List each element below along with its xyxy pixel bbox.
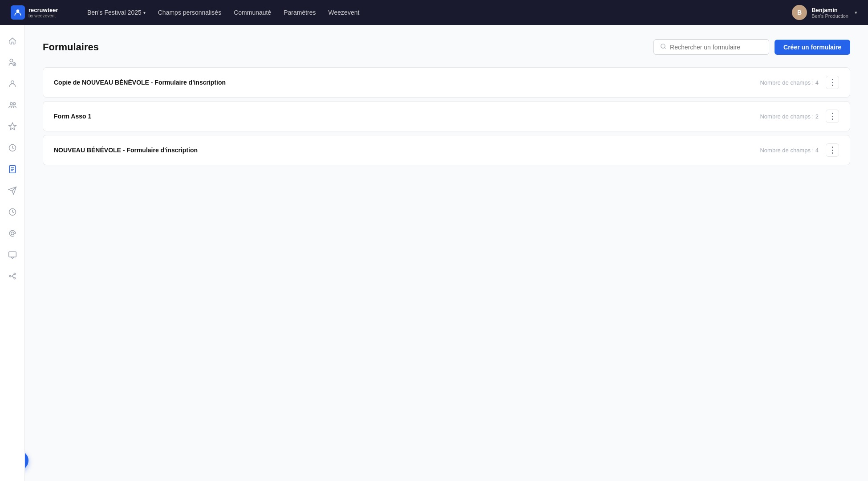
sidebar-item-email[interactable]: [4, 224, 21, 242]
svg-point-18: [661, 44, 665, 48]
logo-name: recruwteer: [28, 7, 58, 14]
logo-box: [11, 5, 25, 20]
form-more-button[interactable]: ⋮: [826, 76, 839, 89]
svg-point-15: [9, 275, 11, 277]
form-row-right: Nombre de champs : 4 ⋮: [760, 76, 839, 89]
form-row: Copie de NOUVEAU BÉNÉVOLE - Formulaire d…: [43, 67, 850, 98]
sidebar-item-integrations[interactable]: [4, 267, 21, 285]
create-form-button[interactable]: Créer un formulaire: [775, 40, 850, 55]
logo-icon: [13, 8, 22, 17]
page-header: Formulaires Créer un formulaire: [43, 39, 850, 55]
user-chevron-icon: ▾: [855, 10, 857, 16]
nav-community[interactable]: Communauté: [234, 9, 271, 16]
nav-settings[interactable]: Paramètres: [284, 9, 316, 16]
svg-point-4: [10, 102, 12, 105]
sidebar-item-messages[interactable]: [4, 246, 21, 264]
search-input[interactable]: [670, 44, 763, 51]
user-name: Benjamin: [811, 7, 848, 13]
svg-rect-14: [8, 252, 16, 257]
main-content: Formulaires Créer un formulaire Copie de…: [25, 25, 868, 481]
form-name[interactable]: Form Asso 1: [54, 113, 91, 120]
user-info: Benjamin Ben's Production: [811, 7, 848, 19]
sidebar-item-volunteers[interactable]: [4, 75, 21, 93]
chevron-down-icon: ▾: [143, 10, 146, 15]
svg-point-5: [13, 102, 15, 105]
user-org: Ben's Production: [811, 13, 848, 19]
nav-custom-fields[interactable]: Champs personnalisés: [158, 9, 221, 16]
nav-right: B Benjamin Ben's Production ▾: [792, 5, 857, 20]
nav-event[interactable]: Ben's Festival 2025 ▾: [87, 9, 146, 16]
svg-marker-6: [8, 123, 16, 130]
header-right: Créer un formulaire: [653, 39, 850, 55]
sidebar-item-home[interactable]: [4, 32, 21, 50]
nav-weezevent[interactable]: Weezevent: [329, 9, 360, 16]
sidebar: [0, 25, 25, 481]
form-field-count: Nombre de champs : 4: [760, 147, 819, 154]
form-field-count: Nombre de champs : 4: [760, 79, 819, 86]
logo[interactable]: recruwteer by weezevent: [11, 5, 73, 20]
svg-point-3: [11, 81, 14, 84]
sidebar-item-campaigns[interactable]: [4, 182, 21, 200]
top-navigation: recruwteer by weezevent Ben's Festival 2…: [0, 0, 868, 25]
svg-point-0: [16, 9, 20, 12]
svg-point-17: [14, 277, 15, 279]
sidebar-item-forms[interactable]: [4, 160, 21, 178]
nav-items: Ben's Festival 2025 ▾ Champs personnalis…: [87, 9, 778, 16]
svg-point-13: [11, 232, 14, 235]
logo-sub: by weezevent: [28, 13, 58, 18]
form-row: NOUVEAU BÉNÉVOLE - Formulaire d'inscript…: [43, 135, 850, 165]
form-field-count: Nombre de champs : 2: [760, 113, 819, 120]
search-box: [653, 39, 769, 55]
forms-list: Copie de NOUVEAU BÉNÉVOLE - Formulaire d…: [43, 67, 850, 169]
sidebar-item-missions[interactable]: [4, 118, 21, 135]
form-more-button[interactable]: ⋮: [826, 110, 839, 123]
form-row: Form Asso 1 Nombre de champs : 2 ⋮: [43, 101, 850, 131]
form-name[interactable]: NOUVEAU BÉNÉVOLE - Formulaire d'inscript…: [54, 147, 198, 154]
user-menu[interactable]: B Benjamin Ben's Production ▾: [792, 5, 857, 20]
avatar: B: [792, 5, 807, 20]
form-more-button[interactable]: ⋮: [826, 143, 839, 157]
svg-point-16: [14, 273, 15, 274]
sidebar-item-stats[interactable]: [4, 53, 21, 71]
search-icon: [660, 43, 666, 51]
svg-point-1: [10, 59, 13, 62]
form-row-right: Nombre de champs : 2 ⋮: [760, 110, 839, 123]
sidebar-item-planning[interactable]: [4, 139, 21, 157]
sidebar-item-schedule[interactable]: [4, 203, 21, 221]
form-row-right: Nombre de champs : 4 ⋮: [760, 143, 839, 157]
svg-line-19: [665, 48, 666, 49]
logo-text-area: recruwteer by weezevent: [28, 7, 58, 19]
form-name[interactable]: Copie de NOUVEAU BÉNÉVOLE - Formulaire d…: [54, 79, 226, 86]
sidebar-item-teams[interactable]: [4, 96, 21, 114]
page-title: Formulaires: [43, 41, 99, 53]
